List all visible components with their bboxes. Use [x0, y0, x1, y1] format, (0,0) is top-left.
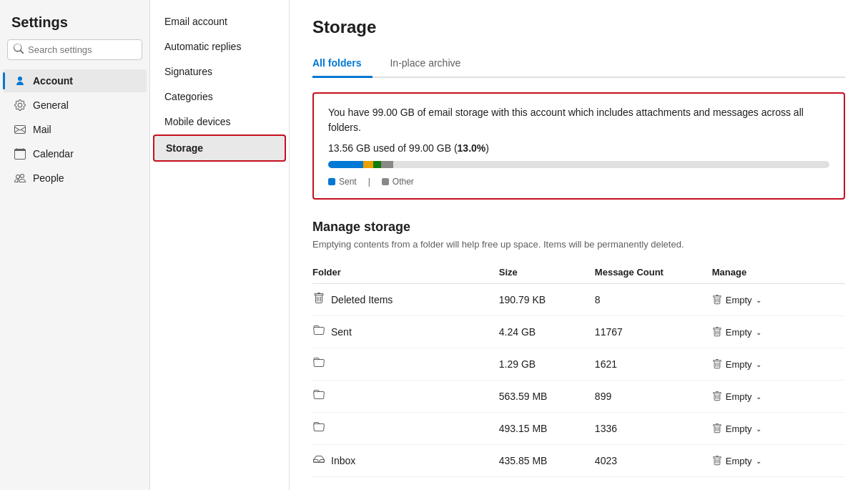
storage-used-prefix: 13.56 GB used of 99.00 GB (: [328, 142, 458, 154]
manage-storage-desc: Emptying contents from a folder will hel…: [312, 239, 845, 250]
progress-segment-green: [373, 161, 381, 168]
folder-name-cell: [312, 348, 499, 381]
storage-description: You have 99.00 GB of email storage with …: [328, 105, 829, 135]
progress-segment-gray: [381, 161, 394, 168]
folder-icon: [312, 421, 325, 436]
folder-name-cell: Deleted Items: [312, 284, 499, 316]
storage-progress-bar: [328, 161, 829, 168]
folder-size: 563.59 MB: [499, 381, 595, 413]
page-title: Storage: [312, 17, 845, 37]
folder-name-cell: Inbox: [312, 445, 499, 477]
person-icon: [14, 75, 26, 87]
middle-item-email-account[interactable]: Email account: [153, 9, 286, 34]
people-icon: [14, 172, 26, 184]
folder-name: Inbox: [331, 455, 355, 466]
sidebar-item-calendar-label: Calendar: [33, 148, 74, 160]
middle-item-storage[interactable]: Storage: [153, 134, 286, 162]
empty-button[interactable]: Empty ⌄: [712, 456, 761, 466]
calendar-icon: [14, 148, 26, 160]
sidebar-item-people[interactable]: People: [3, 167, 147, 190]
sidebar-item-account-label: Account: [33, 75, 73, 87]
storage-percentage: 13.0%: [458, 142, 486, 154]
chevron-down-icon: ⌄: [756, 296, 761, 304]
sidebar-item-mail[interactable]: Mail: [3, 118, 147, 141]
tab-all-folders[interactable]: All folders: [312, 52, 373, 78]
middle-item-automatic-replies[interactable]: Automatic replies: [153, 34, 286, 59]
folder-icon: [312, 357, 325, 371]
folder-icon: [312, 389, 325, 403]
inbox-icon: [312, 454, 325, 468]
search-input[interactable]: [28, 44, 136, 55]
th-manage: Manage: [712, 261, 845, 284]
legend-separator: |: [368, 177, 370, 187]
search-icon: [14, 44, 24, 56]
folder-count: 8: [595, 284, 712, 316]
folder-name: Sent: [331, 326, 352, 338]
folder-manage-cell: Empty ⌄: [712, 413, 845, 445]
storage-legend: Sent | Other: [328, 177, 829, 187]
sidebar: Settings Account General Mail Calendar: [0, 0, 150, 490]
folder-manage-cell: Empty ⌄: [712, 445, 845, 477]
chevron-down-icon: ⌄: [756, 361, 761, 368]
chevron-down-icon: ⌄: [756, 425, 761, 433]
folder-count: 4023: [595, 445, 712, 477]
search-box[interactable]: [7, 39, 142, 60]
tab-in-place-archive[interactable]: In-place archive: [390, 52, 472, 78]
empty-button[interactable]: Empty ⌄: [712, 423, 761, 434]
folder-name-cell: Sent: [312, 316, 499, 348]
empty-label: Empty: [726, 423, 752, 434]
middle-item-categories[interactable]: Categories: [153, 84, 286, 109]
sidebar-item-account[interactable]: Account: [3, 69, 147, 92]
middle-column: Email account Automatic replies Signatur…: [150, 0, 290, 490]
empty-button[interactable]: Empty ⌄: [712, 391, 761, 402]
sidebar-item-general-label: General: [33, 99, 69, 111]
gear-icon: [14, 99, 26, 111]
folder-table: Folder Size Message Count Manage Deleted…: [312, 261, 845, 477]
table-row: Inbox 435.85 MB 4023 Empty ⌄: [312, 445, 845, 477]
folder-count: 1336: [595, 413, 712, 445]
empty-label: Empty: [726, 456, 752, 466]
mail-icon: [14, 124, 26, 135]
middle-item-signatures[interactable]: Signatures: [153, 59, 286, 84]
main-content: Storage All folders In-place archive You…: [290, 0, 868, 490]
empty-button[interactable]: Empty ⌄: [712, 359, 761, 370]
sidebar-item-mail-label: Mail: [33, 124, 51, 135]
folder-size: 493.15 MB: [499, 413, 595, 445]
folder-size: 1.29 GB: [499, 348, 595, 381]
folder-manage-cell: Empty ⌄: [712, 316, 845, 348]
table-row: Deleted Items 190.79 KB 8 Empty ⌄: [312, 284, 845, 316]
table-row: 493.15 MB 1336 Empty ⌄: [312, 413, 845, 445]
progress-segment-yellow: [363, 161, 373, 168]
legend-sent: Sent: [328, 177, 357, 187]
progress-segment-blue: [328, 161, 363, 168]
middle-item-mobile-devices[interactable]: Mobile devices: [153, 109, 286, 134]
folder-count: 899: [595, 381, 712, 413]
tabs: All folders In-place archive: [312, 52, 845, 78]
folder-count: 1621: [595, 348, 712, 381]
legend-dot-sent: [328, 178, 335, 185]
folder-manage-cell: Empty ⌄: [712, 348, 845, 381]
sidebar-title: Settings: [0, 9, 149, 39]
legend-other: Other: [382, 177, 414, 187]
folder-size: 4.24 GB: [499, 316, 595, 348]
empty-label: Empty: [726, 327, 752, 338]
th-message-count: Message Count: [595, 261, 712, 284]
storage-used-text: 13.56 GB used of 99.00 GB (13.0%): [328, 142, 829, 154]
folder-name-cell: [312, 381, 499, 413]
folder-name: Deleted Items: [331, 294, 393, 305]
table-row: 1.29 GB 1621 Empty ⌄: [312, 348, 845, 381]
sidebar-item-calendar[interactable]: Calendar: [3, 142, 147, 165]
manage-storage-title: Manage storage: [312, 220, 845, 235]
legend-label-other: Other: [393, 177, 414, 187]
empty-button[interactable]: Empty ⌄: [712, 295, 761, 305]
legend-dot-other: [382, 178, 389, 185]
chevron-down-icon: ⌄: [756, 328, 761, 336]
empty-label: Empty: [726, 391, 752, 402]
folder-manage-cell: Empty ⌄: [712, 284, 845, 316]
sidebar-item-people-label: People: [33, 172, 64, 184]
storage-used-suffix: ): [485, 142, 489, 154]
sidebar-item-general[interactable]: General: [3, 94, 147, 117]
chevron-down-icon: ⌄: [756, 457, 761, 465]
folder-size: 435.85 MB: [499, 445, 595, 477]
empty-button[interactable]: Empty ⌄: [712, 327, 761, 338]
